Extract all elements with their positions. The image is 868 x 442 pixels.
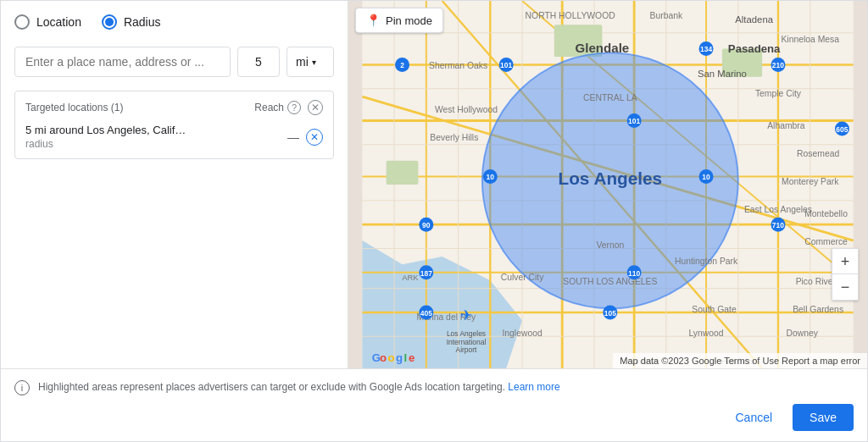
svg-text:110: 110	[628, 269, 640, 278]
pin-mode-label: Pin mode	[386, 14, 432, 27]
svg-text:405: 405	[420, 309, 432, 318]
svg-text:o: o	[380, 351, 387, 364]
svg-text:San Marino: San Marino	[698, 69, 747, 79]
svg-text:210: 210	[772, 61, 784, 69]
svg-text:Huntington Park: Huntington Park	[675, 257, 738, 266]
svg-text:187: 187	[420, 269, 432, 278]
targeted-header: Targeted locations (1) Reach ? ✕	[25, 100, 323, 115]
targeted-title: Targeted locations (1)	[25, 102, 123, 113]
radio-location-label: Location	[36, 15, 81, 29]
radius-value-input[interactable]	[237, 47, 280, 77]
location-name: 5 mi around Los Angeles, Calif…	[25, 124, 186, 136]
info-icon: i	[14, 380, 30, 395]
location-info: 5 mi around Los Angeles, Calif… radius	[25, 124, 186, 150]
left-panel: Location Radius mi ▾ Targeted locations …	[1, 1, 348, 368]
svg-text:605: 605	[836, 125, 848, 134]
location-actions: — ✕	[287, 129, 323, 146]
svg-text:10: 10	[487, 173, 495, 181]
dropdown-arrow-icon: ▾	[312, 58, 316, 67]
svg-rect-33	[387, 161, 419, 185]
svg-text:Kinneloa Mesa: Kinneloa Mesa	[781, 35, 839, 44]
svg-text:Bell Gardens: Bell Gardens	[793, 305, 843, 314]
svg-text:West Hollywood: West Hollywood	[435, 105, 498, 114]
svg-text:Rosemead: Rosemead	[797, 149, 839, 158]
save-button[interactable]: Save	[793, 404, 854, 431]
svg-text:105: 105	[604, 309, 616, 318]
svg-text:Monterey Park: Monterey Park	[782, 177, 839, 186]
radio-radius-label: Radius	[124, 15, 161, 29]
pin-mode-bar[interactable]: 📍 Pin mode	[355, 8, 443, 33]
svg-text:90: 90	[422, 221, 431, 229]
svg-text:101: 101	[500, 61, 512, 69]
zoom-out-button[interactable]: −	[832, 274, 858, 300]
svg-text:o: o	[388, 351, 395, 364]
search-row: mi ▾	[14, 47, 334, 77]
footer: i Highlighted areas represent places adv…	[1, 368, 867, 441]
location-row: 5 mi around Los Angeles, Calif… radius —…	[25, 124, 323, 150]
cancel-button[interactable]: Cancel	[725, 404, 782, 431]
info-text: Highlighted areas represent places adver…	[38, 379, 560, 395]
svg-text:Glendale: Glendale	[576, 41, 630, 55]
svg-text:l: l	[403, 351, 407, 364]
radio-location-circle	[14, 14, 30, 30]
reach-question-icon[interactable]: ?	[287, 101, 301, 114]
svg-text:e: e	[409, 351, 415, 364]
svg-text:Beverly Hills: Beverly Hills	[430, 133, 478, 142]
map-attribution: Map data ©2023 Google Terms of Use Repor…	[613, 353, 867, 368]
remove-location-button[interactable]: ✕	[306, 129, 323, 146]
radio-radius[interactable]: Radius	[102, 14, 161, 30]
radio-radius-circle	[102, 14, 117, 30]
svg-text:NORTH HOLLYWOOD: NORTH HOLLYWOOD	[526, 11, 615, 20]
unit-label: mi	[296, 55, 309, 69]
reach-text: Reach	[254, 102, 284, 113]
svg-text:Lynwood: Lynwood	[689, 329, 724, 338]
svg-text:101: 101	[628, 117, 640, 125]
svg-text:ARK: ARK	[402, 273, 419, 282]
svg-text:Vernon: Vernon	[596, 240, 624, 250]
svg-text:Burbank: Burbank	[650, 11, 683, 20]
zoom-controls: + −	[832, 248, 859, 301]
reach-label: Reach ?	[254, 101, 301, 114]
svg-text:10: 10	[702, 173, 710, 181]
button-row: Cancel Save	[14, 404, 854, 431]
radio-location[interactable]: Location	[14, 14, 81, 30]
zoom-in-button[interactable]: +	[832, 249, 858, 274]
svg-text:Los Angeles: Los Angeles	[447, 329, 486, 338]
unit-dropdown[interactable]: mi ▾	[287, 47, 334, 77]
svg-text:Pasadena: Pasadena	[728, 42, 781, 55]
svg-text:Downey: Downey	[787, 329, 819, 338]
map-container[interactable]: Altadena Kinneloa Mesa Burbank Pasadena …	[348, 1, 867, 368]
svg-text:Sherman Oaks: Sherman Oaks	[429, 61, 487, 70]
svg-text:Alhambra: Alhambra	[767, 121, 805, 130]
svg-text:✈: ✈	[460, 307, 472, 323]
svg-text:710: 710	[772, 221, 784, 229]
svg-text:Altadena: Altadena	[735, 14, 773, 25]
svg-text:Temple City: Temple City	[755, 89, 802, 98]
svg-text:CENTRAL LA: CENTRAL LA	[583, 93, 637, 102]
radio-group: Location Radius	[14, 14, 334, 30]
svg-text:Culver City: Culver City	[501, 273, 544, 282]
info-bar: i Highlighted areas represent places adv…	[14, 379, 854, 395]
svg-text:2: 2	[400, 61, 404, 69]
svg-text:Montebello: Montebello	[804, 209, 848, 218]
svg-text:SOUTH LOS ANGELES: SOUTH LOS ANGELES	[563, 277, 657, 286]
learn-more-link[interactable]: Learn more	[508, 381, 559, 393]
pin-icon: 📍	[366, 14, 381, 27]
svg-text:g: g	[396, 351, 403, 364]
remove-all-button[interactable]: ✕	[308, 100, 323, 115]
svg-text:Inglewood: Inglewood	[502, 329, 542, 338]
svg-text:International: International	[447, 338, 487, 346]
svg-text:East Los Angeles: East Los Angeles	[744, 205, 812, 214]
svg-text:Los Angeles: Los Angeles	[559, 169, 663, 188]
dash-separator: —	[287, 130, 299, 144]
targeted-locations-box: Targeted locations (1) Reach ? ✕ 5 mi ar…	[14, 91, 334, 159]
map-panel: Altadena Kinneloa Mesa Burbank Pasadena …	[348, 1, 867, 368]
svg-text:Airport: Airport	[456, 345, 478, 354]
location-type: radius	[25, 138, 186, 150]
svg-text:Commerce: Commerce	[804, 237, 848, 246]
svg-text:South Gate: South Gate	[692, 305, 737, 314]
svg-text:134: 134	[700, 45, 712, 53]
place-search-input[interactable]	[14, 47, 231, 77]
